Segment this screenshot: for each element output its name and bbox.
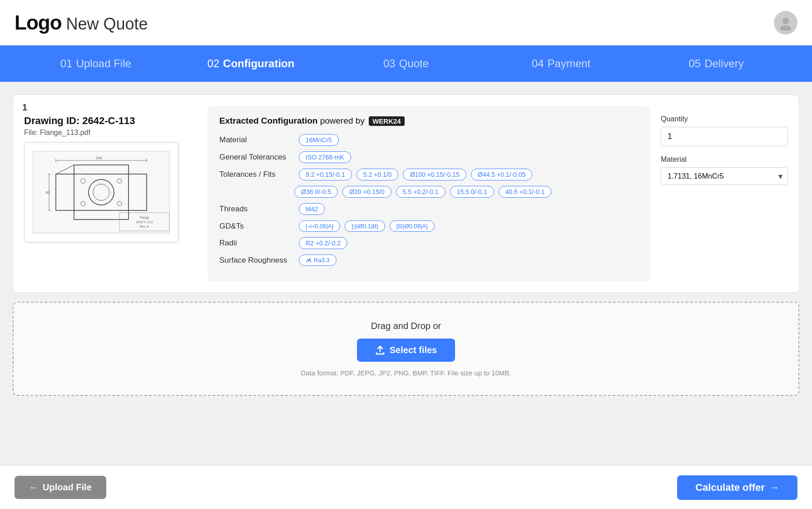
quantity-label: Quantity bbox=[661, 115, 788, 123]
steps-nav: 01 Upload File 02 Configuration 03 Quote… bbox=[0, 45, 812, 82]
dropzone-text: Drag and Drop or bbox=[371, 321, 441, 331]
dropzone[interactable]: Drag and Drop or Select files Data forma… bbox=[13, 302, 799, 396]
calc-label: Calculate offer bbox=[695, 482, 765, 494]
step-delivery[interactable]: 05 Delivery bbox=[639, 57, 794, 70]
drawing-file: File: Flange_113.pdf bbox=[24, 129, 197, 137]
drawing-preview: 200 80 Flange 2642-C-113 Rev. A bbox=[24, 142, 178, 242]
back-label: Upload File bbox=[43, 482, 92, 493]
right-section: Quantity Material 1.7131, 16MnCr5 1.0503… bbox=[661, 106, 788, 281]
forward-arrow-icon: → bbox=[769, 482, 779, 494]
general-tolerances-label: General Tolerances bbox=[219, 153, 294, 162]
upload-icon bbox=[375, 345, 385, 355]
material-select-wrapper: 1.7131, 16MnCr5 1.0503, C45 1.4301, 304 … bbox=[661, 167, 788, 185]
step-num-1: 01 bbox=[60, 57, 73, 70]
tol-tag-8: 40.5 +0.1/-0.1 bbox=[499, 186, 552, 198]
tol-tag-4: Ø36 0/-0.5 bbox=[294, 186, 338, 198]
card-number: 1 bbox=[22, 102, 27, 113]
drawing-section: Drawing ID: 2642-C-113 File: Flange_113.… bbox=[24, 106, 197, 281]
drag-drop-label: Drag and Drop or bbox=[371, 321, 441, 331]
quantity-input[interactable] bbox=[661, 127, 788, 146]
tol-tag-1: 5.2 +0.1/0 bbox=[356, 169, 399, 180]
part-card: 1 Drawing ID: 2642-C-113 File: Flange_11… bbox=[13, 95, 799, 293]
general-tolerances-row: General Tolerances ISO 2768-mK bbox=[219, 151, 638, 163]
back-arrow-icon: ← bbox=[29, 482, 38, 493]
config-title: Extracted Configuration powered by WERK2… bbox=[219, 116, 638, 126]
tolerances-label: Tolerances / Fits bbox=[219, 170, 294, 179]
step-num-3: 03 bbox=[383, 57, 396, 70]
svg-text:80: 80 bbox=[46, 190, 50, 195]
general-tolerances-tag: ISO 2768-mK bbox=[299, 151, 351, 163]
gdt-tag-2: [⊟|Ø0.08|A] bbox=[390, 220, 435, 232]
calculate-offer-button[interactable]: Calculate offer → bbox=[677, 475, 797, 500]
tolerances-row: Tolerances / Fits 9.2 +0.15/-0.1 5.2 +0.… bbox=[219, 169, 638, 180]
material-select-label: Material bbox=[661, 155, 788, 164]
step-payment[interactable]: 04 Payment bbox=[484, 57, 639, 70]
step-num-5: 05 bbox=[688, 57, 701, 70]
step-label-1: Upload File bbox=[76, 57, 131, 70]
tol-tag-6: 5.5 +0.2/-0.1 bbox=[396, 186, 446, 198]
tolerances-row-2: Ø36 0/-0.5 Ø20 +0.15/0 5.5 +0.2/-0.1 15.… bbox=[219, 186, 638, 198]
threads-tag: M42 bbox=[299, 203, 325, 215]
material-label: Material bbox=[219, 135, 294, 145]
step-label-4: Payment bbox=[548, 57, 591, 70]
svg-point-0 bbox=[782, 18, 789, 24]
user-avatar[interactable] bbox=[774, 11, 797, 35]
config-section: Extracted Configuration powered by WERK2… bbox=[208, 106, 650, 281]
gdt-tag-0: [⌯/0.06|A] bbox=[299, 220, 340, 232]
radii-tag: R2 +0.2/-0.2 bbox=[299, 237, 347, 249]
logo: LogoNew Quote bbox=[15, 11, 148, 34]
logo-sub: New Quote bbox=[66, 15, 148, 33]
svg-text:Flange: Flange bbox=[139, 216, 149, 220]
tol-tag-7: 15.5 0/-0.1 bbox=[450, 186, 494, 198]
threads-row: Threads M42 bbox=[219, 203, 638, 215]
dropzone-hint: Data format: PDF, JEPG, JP2, PNG, BMP, T… bbox=[301, 369, 511, 377]
step-label-5: Delivery bbox=[704, 57, 744, 70]
main-content: 1 Drawing ID: 2642-C-113 File: Flange_11… bbox=[0, 82, 812, 454]
gdts-row: GD&Ts [⌯/0.06|A] [◎Ø0.1|B] [⊟|Ø0.08|A] bbox=[219, 220, 638, 232]
footer: ← Upload File Calculate offer → bbox=[0, 465, 812, 509]
material-tag: 16MnCr5 bbox=[299, 134, 339, 146]
gdt-tag-1: [◎Ø0.1|B] bbox=[345, 220, 385, 232]
svg-text:Rev. A: Rev. A bbox=[140, 225, 149, 228]
threads-label: Threads bbox=[219, 205, 294, 214]
step-quote[interactable]: 03 Quote bbox=[328, 57, 484, 70]
tol-tag-2: Ø100 +0.15/-0.15 bbox=[403, 169, 466, 180]
svg-text:200: 200 bbox=[96, 156, 102, 160]
select-files-button[interactable]: Select files bbox=[357, 339, 456, 362]
tol-tag-3: Ø44.5 +0.1/-0.05 bbox=[471, 169, 532, 180]
gdts-label: GD&Ts bbox=[219, 222, 294, 231]
tol-tag-5: Ø20 +0.15/0 bbox=[342, 186, 391, 198]
drawing-id: Drawing ID: 2642-C-113 bbox=[24, 115, 197, 127]
back-button[interactable]: ← Upload File bbox=[15, 476, 106, 499]
surface-label: Surface Roughness bbox=[219, 256, 294, 265]
svg-text:2642-C-113: 2642-C-113 bbox=[136, 220, 153, 224]
radii-label: Radii bbox=[219, 239, 294, 248]
config-powered-by: powered by bbox=[320, 116, 367, 125]
select-files-label: Select files bbox=[390, 345, 437, 355]
werk-badge: WERK24 bbox=[369, 116, 405, 126]
svg-point-1 bbox=[780, 25, 791, 30]
step-upload-file[interactable]: 01 Upload File bbox=[18, 57, 173, 70]
logo-bold: Logo bbox=[15, 11, 62, 34]
radii-row: Radii R2 +0.2/-0.2 bbox=[219, 237, 638, 249]
surface-tag: Ra3.3 bbox=[299, 254, 337, 266]
tol-tag-0: 9.2 +0.15/-0.1 bbox=[299, 169, 352, 180]
step-label-3: Quote bbox=[399, 57, 429, 70]
step-num-2: 02 bbox=[207, 57, 219, 70]
step-configuration[interactable]: 02 Configuration bbox=[173, 57, 329, 70]
step-num-4: 04 bbox=[532, 57, 544, 70]
step-label-2: Configuration bbox=[223, 57, 294, 70]
surface-row: Surface Roughness Ra3.3 bbox=[219, 254, 638, 266]
header: LogoNew Quote bbox=[0, 0, 812, 45]
material-select[interactable]: 1.7131, 16MnCr5 1.0503, C45 1.4301, 304 … bbox=[661, 167, 788, 185]
material-row: Material 16MnCr5 bbox=[219, 134, 638, 146]
